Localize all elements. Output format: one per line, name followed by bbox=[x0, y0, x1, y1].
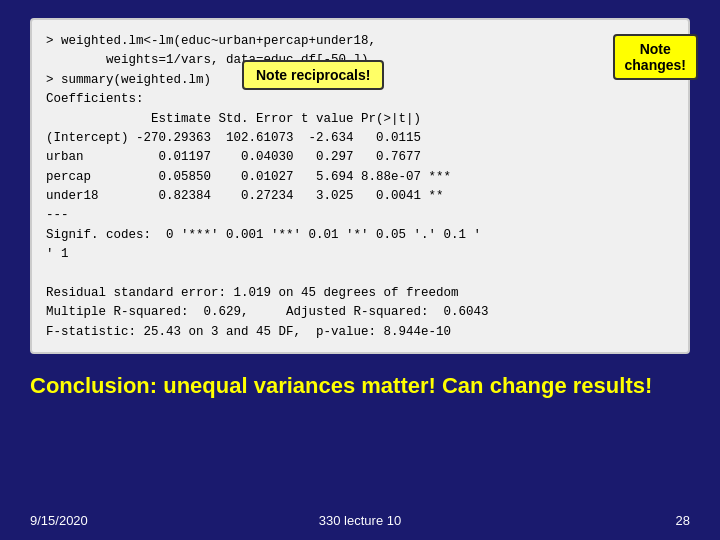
code-box: > weighted.lm<-lm(educ~urban+percap+unde… bbox=[30, 18, 690, 354]
footer-center: 330 lecture 10 bbox=[319, 513, 401, 528]
note-reciprocals-badge: Note reciprocals! bbox=[242, 60, 384, 90]
code-line-12: ' 1 bbox=[46, 247, 69, 261]
code-line-14: Residual standard error: 1.019 on 45 deg… bbox=[46, 286, 459, 300]
code-line-7: urban 0.01197 0.04030 0.297 0.7677 bbox=[46, 150, 421, 164]
code-line-5: Estimate Std. Error t value Pr(>|t|) bbox=[46, 112, 421, 126]
code-line-11: Signif. codes: 0 '***' 0.001 '**' 0.01 '… bbox=[46, 228, 481, 242]
footer-right: 28 bbox=[676, 513, 690, 528]
conclusion-text: Conclusion: unequal variances matter! Ca… bbox=[30, 372, 690, 401]
code-line-9: under18 0.82384 0.27234 3.025 0.0041 ** bbox=[46, 189, 444, 203]
code-line-8: percap 0.05850 0.01027 5.694 8.88e-07 **… bbox=[46, 170, 451, 184]
note-changes-badge: Notechanges! bbox=[613, 34, 698, 80]
slide: > weighted.lm<-lm(educ~urban+percap+unde… bbox=[0, 0, 720, 540]
code-line-16: F-statistic: 25.43 on 3 and 45 DF, p-val… bbox=[46, 325, 451, 339]
code-line-6: (Intercept) -270.29363 102.61073 -2.634 … bbox=[46, 131, 421, 145]
code-line-1: > weighted.lm<-lm(educ~urban+percap+unde… bbox=[46, 34, 376, 48]
code-line-10: --- bbox=[46, 208, 69, 222]
footer-left: 9/15/2020 bbox=[30, 513, 88, 528]
code-line-15: Multiple R-squared: 0.629, Adjusted R-sq… bbox=[46, 305, 489, 319]
code-line-4: Coefficients: bbox=[46, 92, 144, 106]
code-line-3: > summary(weighted.lm) bbox=[46, 73, 211, 87]
